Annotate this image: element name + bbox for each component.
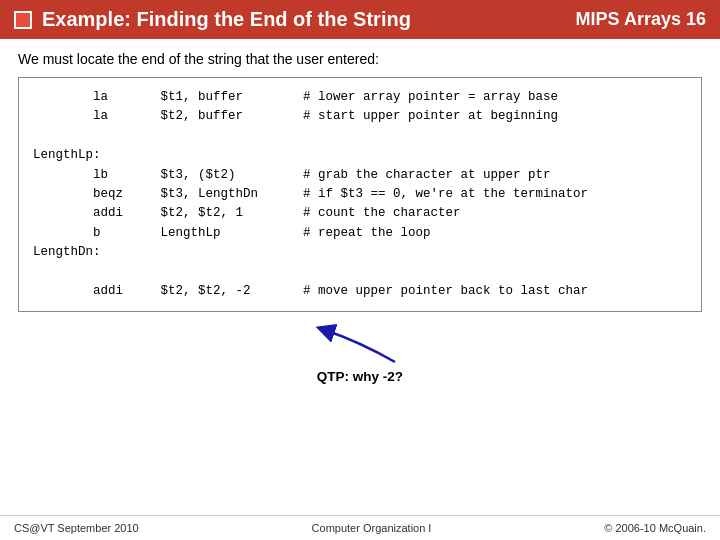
code-line-4: LengthLp: [33, 146, 687, 165]
arrow-annotation [18, 322, 702, 367]
footer-right: © 2006-10 McQuain. [604, 522, 706, 534]
footer-left: CS@VT September 2010 [14, 522, 139, 534]
code-line-6: beqz $t3, LengthDn # if $t3 == 0, we're … [33, 185, 687, 204]
qtp-label: QTP: why -2? [18, 369, 702, 384]
code-line-1: la $t1, buffer # lower array pointer = a… [33, 88, 687, 107]
footer: CS@VT September 2010 Computer Organizati… [0, 515, 720, 540]
arrow-svg [300, 322, 420, 367]
header-badge: MIPS Arrays 16 [576, 9, 706, 30]
code-line-10 [33, 262, 687, 281]
description-text: We must locate the end of the string tha… [18, 51, 702, 67]
header: Example: Finding the End of the String M… [0, 0, 720, 39]
code-line-9: LengthDn: [33, 243, 687, 262]
header-title: Example: Finding the End of the String [42, 8, 566, 31]
header-icon [14, 11, 32, 29]
code-box: la $t1, buffer # lower array pointer = a… [18, 77, 702, 312]
code-line-2: la $t2, buffer # start upper pointer at … [33, 107, 687, 126]
code-line-7: addi $t2, $t2, 1 # count the character [33, 204, 687, 223]
footer-center: Computer Organization I [312, 522, 432, 534]
code-line-5: lb $t3, ($t2) # grab the character at up… [33, 166, 687, 185]
main-content: We must locate the end of the string tha… [0, 39, 720, 396]
code-line-3 [33, 127, 687, 146]
code-line-11: addi $t2, $t2, -2 # move upper pointer b… [33, 282, 687, 301]
code-line-8: b LengthLp # repeat the loop [33, 224, 687, 243]
